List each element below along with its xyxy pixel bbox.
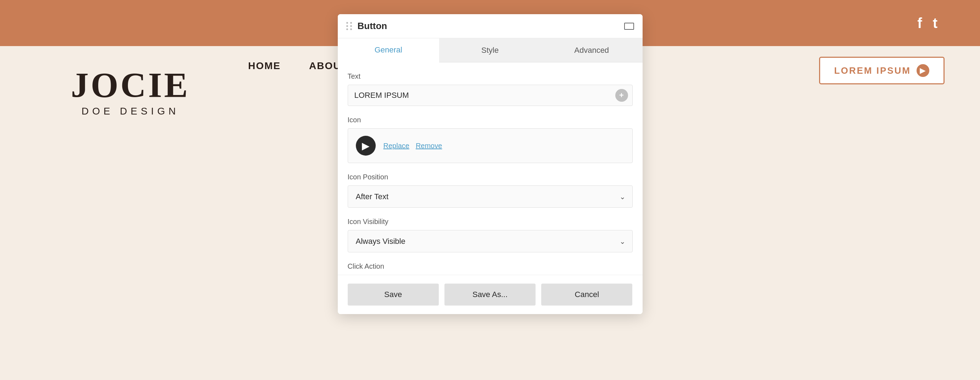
website-cta-button[interactable]: LOREM IPSUM ▶ [819,57,945,84]
cancel-button[interactable]: Cancel [541,284,632,305]
save-as-button[interactable]: Save As... [444,284,536,305]
icon-visibility-select[interactable]: Always Visible On Hover [348,230,633,253]
icon-field-container: ▶ Replace Remove [348,128,633,163]
panel-title: Button [358,21,387,32]
nav-item-home[interactable]: HOME [248,60,281,72]
text-input[interactable] [348,85,615,106]
icon-position-wrapper: Before Text After Text ⌄ [348,185,633,208]
panel-minimize-button[interactable] [624,23,634,30]
icon-position-select[interactable]: Before Text After Text [348,185,633,208]
tab-general[interactable]: General [338,38,439,62]
icon-preview: ▶ [356,136,376,156]
panel-footer: Save Save As... Cancel [338,275,643,314]
icon-remove-button[interactable]: Remove [416,142,442,150]
icon-visibility-label: Icon Visibility [348,218,633,226]
drag-handle-dots [346,22,353,30]
tab-advanced[interactable]: Advanced [541,38,643,62]
website-logo-text: JOCIE [71,67,190,103]
facebook-icon: f [917,15,922,31]
save-button[interactable]: Save [348,284,439,305]
website-logo: JOCIE DOE DESIGN [71,67,190,117]
click-action-section: Click Action [348,262,633,270]
panel-tabs: General Style Advanced [338,38,643,62]
click-action-label: Click Action [348,262,633,270]
text-add-button[interactable]: + [615,89,628,102]
website-logo-sub: DOE DESIGN [81,106,179,117]
tab-style[interactable]: Style [439,38,541,62]
icon-field-label: Icon [348,116,633,124]
text-field-label: Text [348,72,633,81]
icon-section: Icon ▶ Replace Remove [348,116,633,163]
panel-drag-handle[interactable]: Button [346,21,387,32]
icon-position-label: Icon Position [348,173,633,181]
website-button-text: LOREM IPSUM [834,65,911,76]
text-section: Text + [348,72,633,106]
button-panel: Button General Style Advanced Text + Ico… [338,14,643,314]
text-input-wrapper: + [348,85,633,106]
panel-titlebar: Button [338,14,643,38]
website-button-icon: ▶ [916,64,929,77]
icon-position-section: Icon Position Before Text After Text ⌄ [348,173,633,208]
icon-actions: Replace Remove [383,142,442,150]
icon-visibility-section: Icon Visibility Always Visible On Hover … [348,218,633,253]
icon-replace-button[interactable]: Replace [383,142,409,150]
twitter-icon: t [933,15,937,31]
icon-visibility-wrapper: Always Visible On Hover ⌄ [348,230,633,253]
social-icons-container: f t [917,15,937,31]
panel-body: Text + Icon ▶ Replace Remove Icon Positi… [338,62,643,275]
website-nav: HOME ABOUT [248,60,348,72]
